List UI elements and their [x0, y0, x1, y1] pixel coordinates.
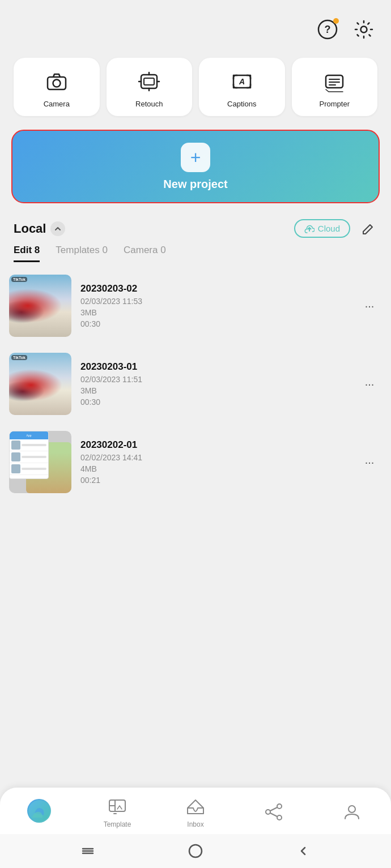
file-info: 20230203-01 02/03/2023 11:51 3MB 00:30 [80, 361, 350, 407]
svg-point-14 [277, 804, 282, 809]
svg-point-15 [266, 810, 270, 814]
file-name: 20230203-01 [80, 361, 350, 373]
inbox-icon [184, 796, 207, 818]
new-project-label: New project [163, 178, 227, 191]
captions-label: Captions [227, 100, 256, 108]
edit-button[interactable] [359, 220, 377, 238]
camera-label: Camera [44, 100, 70, 108]
system-recent-button[interactable] [74, 840, 102, 862]
nav-inbox-label: Inbox [187, 820, 203, 828]
table-row[interactable]: TikTok 20230203-01 02/03/2023 11:51 3MB … [0, 345, 391, 423]
file-duration: 00:30 [80, 397, 350, 407]
svg-point-2 [361, 27, 367, 33]
system-nav [0, 834, 391, 868]
nav-share[interactable] [257, 801, 291, 823]
nav-home[interactable] [22, 799, 56, 825]
prompter-tool[interactable]: Prompter [292, 58, 378, 116]
tools-section: Camera Retouch A Captions [0, 49, 391, 125]
camera-icon [44, 69, 69, 94]
local-title: Local [14, 221, 46, 236]
share-icon [262, 801, 285, 823]
svg-point-17 [348, 806, 355, 813]
file-size: 3MB [80, 386, 350, 395]
file-list: TikTok 20230203-02 02/03/2023 11:53 3MB … [0, 262, 391, 506]
notification-dot [333, 18, 339, 24]
tab-camera[interactable]: Camera 0 [124, 245, 166, 262]
nav-me[interactable] [335, 801, 369, 823]
more-options-button[interactable]: ··· [359, 452, 380, 472]
file-thumbnail: TikTok [9, 353, 71, 415]
top-bar: ? [0, 0, 391, 49]
table-row[interactable]: App 20230202-01 02/02/2023 14:41 4MB [0, 423, 391, 501]
svg-text:?: ? [325, 24, 331, 35]
local-sort-button[interactable] [50, 221, 65, 236]
captions-tool[interactable]: A Captions [199, 58, 285, 116]
file-info: 20230202-01 02/02/2023 14:41 4MB 00:21 [80, 439, 350, 485]
tab-edit[interactable]: Edit 8 [14, 245, 40, 262]
cloud-button[interactable]: Cloud [294, 219, 350, 238]
retouch-label: Retouch [135, 100, 163, 108]
plus-icon: + [181, 143, 210, 172]
svg-point-4 [53, 80, 60, 87]
nav-template-label: Template [104, 820, 131, 828]
tab-templates[interactable]: Templates 0 [56, 245, 108, 262]
more-options-button[interactable]: ··· [359, 374, 380, 394]
settings-button[interactable] [350, 16, 377, 43]
file-size: 3MB [80, 308, 350, 317]
prompter-icon [322, 69, 347, 94]
file-thumbnail: App [9, 431, 71, 493]
file-duration: 00:30 [80, 319, 350, 328]
cloud-label: Cloud [318, 224, 340, 233]
help-button[interactable]: ? [314, 16, 341, 43]
file-name: 20230202-01 [80, 439, 350, 451]
svg-point-21 [189, 845, 202, 857]
prompter-label: Prompter [320, 100, 350, 108]
table-row[interactable]: TikTok 20230203-02 02/03/2023 11:53 3MB … [0, 267, 391, 345]
captions-icon: A [230, 69, 254, 94]
new-project-button[interactable]: + New project [11, 130, 380, 203]
svg-rect-6 [144, 78, 154, 85]
file-thumbnail: TikTok [9, 275, 71, 337]
file-size: 4MB [80, 464, 350, 473]
bottom-nav: Template Inbox [0, 788, 391, 834]
home-avatar [27, 799, 51, 823]
system-home-button[interactable] [181, 840, 210, 862]
retouch-icon [137, 69, 162, 94]
retouch-tool[interactable]: Retouch [107, 58, 193, 116]
local-actions: Cloud [294, 219, 377, 238]
file-date: 02/03/2023 11:53 [80, 297, 350, 306]
file-name: 20230203-02 [80, 283, 350, 294]
nav-inbox[interactable]: Inbox [178, 796, 212, 828]
me-icon [341, 801, 363, 823]
system-back-button[interactable] [289, 840, 317, 862]
tabs-bar: Edit 8 Templates 0 Camera 0 [0, 242, 391, 262]
local-title-group: Local [14, 221, 65, 236]
file-date: 02/03/2023 11:51 [80, 375, 350, 384]
svg-point-16 [277, 815, 282, 820]
spacer [0, 506, 391, 630]
camera-tool[interactable]: Camera [14, 58, 100, 116]
local-header: Local Cloud [0, 212, 391, 242]
template-icon [106, 796, 129, 818]
file-date: 02/02/2023 14:41 [80, 453, 350, 462]
more-options-button[interactable]: ··· [359, 296, 380, 316]
file-duration: 00:21 [80, 476, 350, 485]
svg-text:A: A [239, 77, 245, 86]
nav-template[interactable]: Template [100, 796, 134, 828]
new-project-wrapper: + New project [0, 125, 391, 212]
file-info: 20230203-02 02/03/2023 11:53 3MB 00:30 [80, 283, 350, 328]
